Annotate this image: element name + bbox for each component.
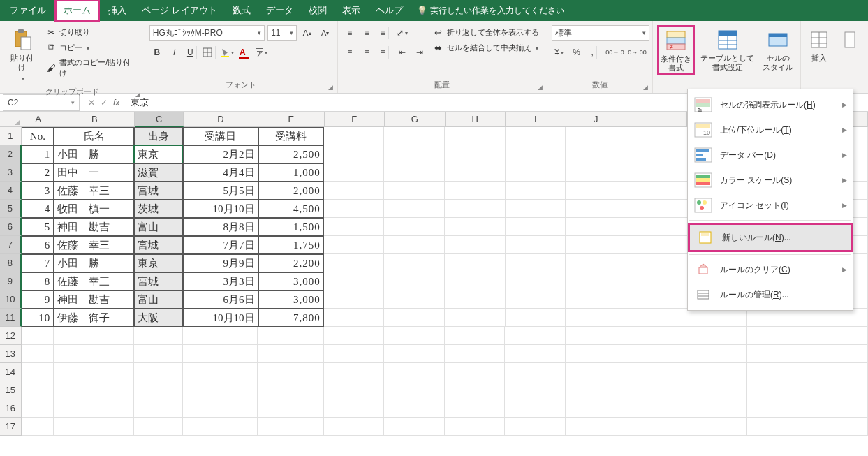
cell[interactable] — [626, 418, 687, 436]
cell[interactable] — [686, 309, 747, 327]
menu-item-clear[interactable]: ルールのクリア(C)▶ — [688, 257, 853, 282]
format-as-table-button[interactable]: テーブルとして 書式設定 — [698, 25, 757, 74]
menu-item-iconset[interactable]: アイコン セット(I)▶ — [688, 193, 853, 218]
cell[interactable] — [324, 327, 385, 345]
cell[interactable]: 1,000 — [258, 163, 324, 182]
cell[interactable] — [506, 182, 566, 200]
cell[interactable]: 宮城 — [134, 236, 182, 254]
cell[interactable] — [445, 345, 506, 363]
cell[interactable] — [747, 363, 808, 381]
cell[interactable] — [54, 327, 134, 345]
cell[interactable]: 5月5日 — [183, 182, 258, 200]
tab-help[interactable]: ヘルプ — [369, 1, 410, 20]
cell[interactable] — [686, 327, 747, 345]
font-name-combo[interactable]: HG丸ｺﾞｼｯｸM-PRO▾ — [149, 25, 265, 41]
cell[interactable]: 9月9日 — [183, 254, 258, 272]
cell[interactable] — [566, 254, 626, 272]
cell[interactable] — [384, 200, 445, 218]
cell[interactable] — [807, 327, 868, 345]
cell[interactable] — [626, 127, 687, 145]
cell[interactable] — [384, 309, 445, 327]
cell[interactable] — [626, 218, 687, 236]
cell[interactable] — [258, 418, 323, 436]
row-header[interactable]: 11 — [0, 309, 22, 327]
cell[interactable] — [686, 345, 747, 363]
cell[interactable] — [626, 163, 687, 182]
number-format-combo[interactable]: 標準▾ — [552, 25, 649, 41]
col-header-extra[interactable] — [626, 112, 687, 127]
menu-item-newrule[interactable]: 新しいルール(N)... — [688, 223, 853, 252]
orientation-button[interactable]: ⤢ — [395, 25, 410, 41]
cell[interactable] — [626, 272, 687, 290]
cell[interactable]: 佐藤 幸三 — [54, 182, 134, 200]
cell[interactable] — [505, 363, 566, 381]
cell[interactable]: No. — [22, 127, 54, 145]
cell[interactable] — [183, 327, 258, 345]
row-header[interactable]: 14 — [0, 363, 22, 381]
tab-review[interactable]: 校閲 — [302, 1, 334, 20]
cell[interactable] — [134, 399, 182, 418]
cell[interactable] — [384, 381, 445, 399]
cell-styles-button[interactable]: セルの スタイル — [760, 25, 796, 74]
cell[interactable] — [505, 327, 566, 345]
col-header-B[interactable]: B — [54, 112, 135, 127]
cell[interactable]: 1,750 — [258, 236, 324, 254]
cell[interactable] — [566, 418, 626, 436]
cell[interactable]: 氏名 — [54, 127, 134, 145]
cell[interactable] — [384, 327, 445, 345]
cell[interactable]: 7 — [22, 254, 54, 272]
cell[interactable] — [566, 236, 626, 254]
cell[interactable]: 8月8日 — [183, 218, 258, 236]
cell[interactable]: 4 — [22, 200, 54, 218]
cell[interactable] — [384, 418, 445, 436]
cell[interactable] — [324, 418, 385, 436]
cell[interactable] — [54, 418, 134, 436]
align-center-button[interactable]: ≡ — [360, 45, 375, 60]
cell[interactable] — [747, 327, 808, 345]
cell[interactable] — [54, 363, 134, 381]
cell[interactable]: 神田 勘吉 — [54, 290, 134, 309]
cell[interactable] — [324, 345, 385, 363]
cell[interactable] — [626, 327, 687, 345]
cell[interactable] — [324, 218, 385, 236]
cell[interactable] — [445, 218, 506, 236]
increase-decimal-button[interactable]: .00→.0 — [604, 45, 624, 60]
cell[interactable]: 富山 — [134, 290, 182, 309]
menu-item-highlight[interactable]: ≦セルの強調表示ルール(H)▶ — [688, 92, 853, 117]
borders-button[interactable] — [202, 45, 217, 60]
align-top-button[interactable]: ≡ — [342, 25, 358, 41]
cell[interactable] — [566, 163, 626, 182]
col-header-H[interactable]: H — [446, 112, 506, 127]
cell[interactable]: 10月10日 — [183, 309, 258, 327]
tab-insert[interactable]: 挿入 — [101, 1, 133, 20]
cell[interactable]: 3月3日 — [183, 272, 258, 290]
cell[interactable] — [626, 345, 687, 363]
cell[interactable] — [506, 200, 566, 218]
font-color-button[interactable]: A — [237, 45, 252, 60]
col-header-D[interactable]: D — [184, 112, 259, 127]
cell[interactable] — [506, 127, 566, 145]
cell[interactable]: 茨城 — [134, 200, 182, 218]
cell[interactable]: 4,500 — [258, 200, 324, 218]
cell[interactable] — [324, 272, 385, 290]
cut-button[interactable]: ✂切り取り — [43, 25, 140, 39]
cell[interactable] — [626, 363, 687, 381]
cell[interactable] — [807, 418, 868, 436]
cell[interactable] — [445, 309, 506, 327]
italic-button[interactable]: I — [167, 45, 182, 60]
cell[interactable] — [445, 200, 506, 218]
row-header[interactable]: 1 — [0, 127, 22, 145]
cell[interactable] — [258, 363, 323, 381]
cell[interactable] — [183, 399, 258, 418]
cell[interactable] — [686, 418, 747, 436]
col-header-J[interactable]: J — [566, 112, 627, 127]
cell[interactable] — [22, 327, 54, 345]
cell[interactable] — [566, 327, 626, 345]
cell[interactable] — [807, 399, 868, 418]
tab-data[interactable]: データ — [259, 1, 300, 20]
cell[interactable] — [807, 345, 868, 363]
menu-item-toprank[interactable]: 10上位/下位ルール(T)▶ — [688, 117, 853, 142]
shrink-font-button[interactable]: A▾ — [318, 25, 333, 41]
merge-center-button[interactable]: ⬌セルを結合して中央揃え — [430, 41, 542, 54]
cell[interactable] — [324, 309, 385, 327]
